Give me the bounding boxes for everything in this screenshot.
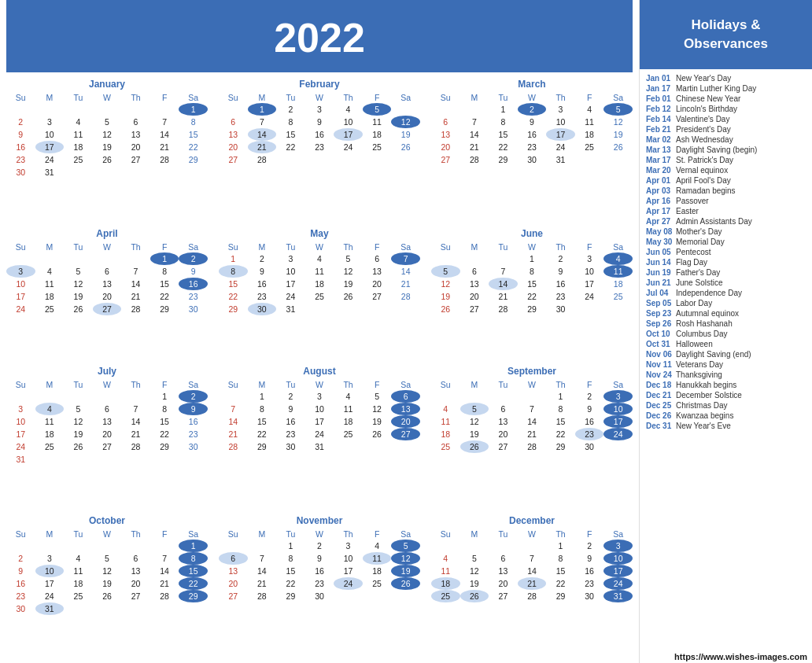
cal-day-cell[interactable]: 16 bbox=[179, 415, 208, 428]
cal-day-cell[interactable]: 23 bbox=[518, 141, 547, 153]
cal-day-cell[interactable]: 2 bbox=[546, 252, 575, 265]
cal-day-cell[interactable]: 13 bbox=[121, 565, 150, 577]
cal-day-cell[interactable]: 4 bbox=[35, 403, 65, 415]
cal-day-cell[interactable]: 4 bbox=[334, 103, 363, 116]
cal-day-cell[interactable]: 20 bbox=[93, 428, 122, 440]
cal-day-cell[interactable]: 16 bbox=[575, 415, 604, 428]
cal-day-cell[interactable]: 25 bbox=[35, 303, 65, 315]
cal-day-cell[interactable]: 22 bbox=[546, 577, 575, 590]
cal-day-cell[interactable]: 20 bbox=[93, 290, 122, 303]
cal-day-cell[interactable]: 22 bbox=[150, 290, 179, 303]
cal-day-cell[interactable]: 3 bbox=[6, 403, 35, 415]
cal-day-cell[interactable]: 24 bbox=[334, 577, 363, 590]
cal-day-cell[interactable]: 10 bbox=[575, 265, 604, 278]
cal-day-cell[interactable]: 22 bbox=[179, 577, 208, 590]
cal-day-cell[interactable]: 5 bbox=[460, 552, 489, 565]
cal-day-cell[interactable]: 26 bbox=[391, 141, 420, 153]
cal-day-cell[interactable]: 5 bbox=[64, 403, 93, 415]
cal-day-cell[interactable]: 26 bbox=[431, 303, 460, 315]
cal-day-cell[interactable]: 11 bbox=[35, 415, 65, 428]
cal-day-cell[interactable]: 19 bbox=[431, 290, 460, 303]
cal-day-cell[interactable]: 30 bbox=[575, 590, 604, 602]
cal-day-cell[interactable]: 13 bbox=[93, 278, 122, 290]
cal-day-cell[interactable]: 27 bbox=[460, 303, 489, 315]
cal-day-cell[interactable]: 21 bbox=[248, 577, 277, 590]
cal-day-cell[interactable]: 25 bbox=[575, 141, 604, 153]
cal-day-cell[interactable]: 10 bbox=[546, 116, 575, 128]
cal-day-cell[interactable]: 9 bbox=[6, 565, 35, 577]
cal-day-cell[interactable]: 24 bbox=[305, 428, 334, 440]
cal-day-cell[interactable]: 14 bbox=[248, 565, 277, 577]
cal-day-cell[interactable]: 14 bbox=[391, 265, 420, 278]
cal-day-cell[interactable]: 31 bbox=[6, 453, 35, 466]
cal-day-cell[interactable]: 15 bbox=[546, 415, 575, 428]
cal-day-cell[interactable]: 28 bbox=[150, 153, 179, 166]
cal-day-cell[interactable]: 16 bbox=[305, 565, 334, 577]
cal-day-cell[interactable]: 5 bbox=[391, 540, 420, 552]
cal-day-cell[interactable]: 2 bbox=[276, 103, 305, 116]
cal-day-cell[interactable]: 1 bbox=[179, 103, 208, 116]
cal-day-cell[interactable]: 12 bbox=[93, 128, 122, 141]
cal-day-cell[interactable]: 20 bbox=[121, 141, 150, 153]
cal-day-cell[interactable]: 18 bbox=[35, 290, 65, 303]
cal-day-cell[interactable]: 14 bbox=[460, 128, 489, 141]
cal-day-cell[interactable]: 4 bbox=[64, 116, 93, 128]
cal-day-cell[interactable]: 22 bbox=[489, 141, 518, 153]
cal-day-cell[interactable]: 24 bbox=[334, 141, 363, 153]
cal-day-cell[interactable]: 11 bbox=[64, 565, 93, 577]
cal-day-cell[interactable]: 4 bbox=[431, 403, 460, 415]
cal-day-cell[interactable]: 12 bbox=[334, 265, 363, 278]
cal-day-cell[interactable]: 29 bbox=[276, 590, 305, 602]
cal-day-cell[interactable]: 3 bbox=[6, 265, 35, 278]
cal-day-cell[interactable]: 2 bbox=[276, 390, 305, 403]
cal-day-cell[interactable]: 19 bbox=[391, 128, 420, 141]
cal-day-cell[interactable]: 12 bbox=[460, 565, 489, 577]
cal-day-cell[interactable]: 17 bbox=[575, 278, 604, 290]
cal-day-cell[interactable]: 20 bbox=[391, 415, 420, 428]
cal-day-cell[interactable]: 11 bbox=[363, 552, 392, 565]
cal-day-cell[interactable]: 1 bbox=[276, 540, 305, 552]
cal-day-cell[interactable]: 19 bbox=[603, 128, 633, 141]
cal-day-cell[interactable]: 11 bbox=[64, 128, 93, 141]
cal-day-cell[interactable]: 31 bbox=[603, 590, 633, 602]
cal-day-cell[interactable]: 31 bbox=[276, 303, 305, 315]
cal-day-cell[interactable]: 5 bbox=[93, 552, 122, 565]
cal-day-cell[interactable]: 15 bbox=[179, 128, 208, 141]
cal-day-cell[interactable]: 27 bbox=[93, 440, 122, 453]
cal-day-cell[interactable]: 16 bbox=[276, 415, 305, 428]
cal-day-cell[interactable]: 1 bbox=[518, 252, 547, 265]
cal-day-cell[interactable]: 28 bbox=[489, 303, 518, 315]
cal-day-cell[interactable]: 7 bbox=[150, 116, 179, 128]
cal-day-cell[interactable]: 5 bbox=[363, 103, 392, 116]
cal-day-cell[interactable]: 19 bbox=[93, 141, 122, 153]
cal-day-cell[interactable]: 21 bbox=[121, 428, 150, 440]
cal-day-cell[interactable]: 7 bbox=[150, 552, 179, 565]
cal-day-cell[interactable]: 13 bbox=[489, 415, 518, 428]
cal-day-cell[interactable]: 17 bbox=[276, 278, 305, 290]
cal-day-cell[interactable]: 16 bbox=[6, 141, 35, 153]
cal-day-cell[interactable]: 8 bbox=[276, 116, 305, 128]
cal-day-cell[interactable]: 5 bbox=[334, 252, 363, 265]
cal-day-cell[interactable]: 17 bbox=[546, 128, 575, 141]
cal-day-cell[interactable]: 14 bbox=[121, 278, 150, 290]
cal-day-cell[interactable]: 15 bbox=[489, 128, 518, 141]
cal-day-cell[interactable]: 23 bbox=[179, 428, 208, 440]
cal-day-cell[interactable]: 23 bbox=[305, 577, 334, 590]
cal-day-cell[interactable]: 24 bbox=[35, 590, 65, 602]
cal-day-cell[interactable]: 28 bbox=[121, 303, 150, 315]
cal-day-cell[interactable]: 21 bbox=[150, 141, 179, 153]
cal-day-cell[interactable]: 28 bbox=[248, 153, 277, 166]
cal-day-cell[interactable]: 12 bbox=[64, 415, 93, 428]
cal-day-cell[interactable]: 6 bbox=[431, 116, 460, 128]
cal-day-cell[interactable]: 12 bbox=[391, 552, 420, 565]
cal-day-cell[interactable]: 23 bbox=[6, 590, 35, 602]
cal-day-cell[interactable]: 29 bbox=[248, 440, 277, 453]
cal-day-cell[interactable]: 10 bbox=[305, 403, 334, 415]
cal-day-cell[interactable]: 9 bbox=[575, 403, 604, 415]
cal-day-cell[interactable]: 30 bbox=[6, 166, 35, 179]
cal-day-cell[interactable]: 29 bbox=[150, 440, 179, 453]
cal-day-cell[interactable]: 7 bbox=[489, 265, 518, 278]
cal-day-cell[interactable]: 27 bbox=[219, 153, 248, 166]
cal-day-cell[interactable]: 26 bbox=[603, 141, 633, 153]
cal-day-cell[interactable]: 30 bbox=[575, 440, 604, 453]
